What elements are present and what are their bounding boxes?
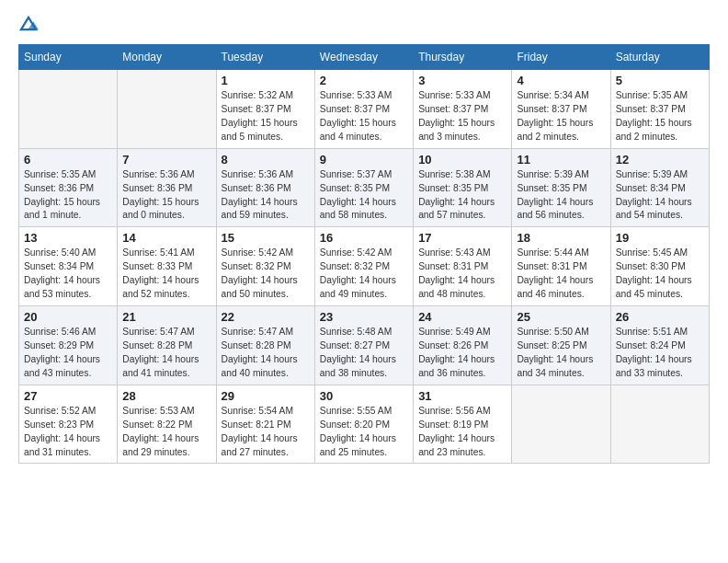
day-number: 9 (320, 153, 408, 167)
calendar-day-cell: 9Sunrise: 5:37 AMSunset: 8:35 PMDaylight… (314, 148, 413, 227)
calendar-week-row: 1Sunrise: 5:32 AMSunset: 8:37 PMDaylight… (19, 70, 710, 149)
calendar-week-row: 13Sunrise: 5:40 AMSunset: 8:34 PMDayligh… (19, 227, 710, 306)
calendar-day-cell: 13Sunrise: 5:40 AMSunset: 8:34 PMDayligh… (19, 227, 118, 306)
day-info: Sunrise: 5:40 AMSunset: 8:34 PMDaylight:… (24, 247, 112, 302)
day-number: 17 (418, 231, 506, 245)
calendar-day-cell: 1Sunrise: 5:32 AMSunset: 8:37 PMDaylight… (216, 70, 314, 149)
day-info: Sunrise: 5:38 AMSunset: 8:35 PMDaylight:… (418, 168, 506, 224)
day-info: Sunrise: 5:48 AMSunset: 8:27 PMDaylight:… (320, 326, 408, 381)
day-number: 24 (418, 310, 506, 324)
day-info: Sunrise: 5:47 AMSunset: 8:28 PMDaylight:… (222, 326, 310, 381)
day-info: Sunrise: 5:35 AMSunset: 8:37 PMDaylight:… (616, 89, 704, 144)
weekday-header-wednesday: Wednesday (314, 45, 413, 70)
calendar-day-cell: 12Sunrise: 5:39 AMSunset: 8:34 PMDayligh… (610, 148, 709, 227)
day-info: Sunrise: 5:36 AMSunset: 8:36 PMDaylight:… (122, 168, 210, 224)
day-number: 25 (517, 310, 605, 324)
calendar-day-cell: 16Sunrise: 5:42 AMSunset: 8:32 PMDayligh… (314, 227, 413, 306)
calendar-day-cell: 14Sunrise: 5:41 AMSunset: 8:33 PMDayligh… (118, 227, 216, 306)
weekday-header-tuesday: Tuesday (216, 45, 314, 70)
day-number: 18 (517, 231, 605, 245)
day-number: 15 (222, 231, 310, 245)
day-info: Sunrise: 5:55 AMSunset: 8:20 PMDaylight:… (320, 405, 408, 460)
day-info: Sunrise: 5:53 AMSunset: 8:22 PMDaylight:… (122, 405, 210, 460)
day-info: Sunrise: 5:45 AMSunset: 8:30 PMDaylight:… (616, 247, 704, 302)
day-number: 22 (222, 310, 310, 324)
calendar-day-cell: 28Sunrise: 5:53 AMSunset: 8:22 PMDayligh… (118, 385, 216, 464)
calendar-day-cell: 6Sunrise: 5:35 AMSunset: 8:36 PMDaylight… (19, 148, 118, 227)
day-info: Sunrise: 5:36 AMSunset: 8:36 PMDaylight:… (222, 168, 310, 224)
weekday-header-sunday: Sunday (19, 45, 118, 70)
day-number: 20 (24, 310, 112, 324)
calendar-day-cell: 17Sunrise: 5:43 AMSunset: 8:31 PMDayligh… (414, 227, 512, 306)
day-number: 2 (320, 74, 408, 87)
calendar-day-cell: 25Sunrise: 5:50 AMSunset: 8:25 PMDayligh… (512, 306, 610, 385)
calendar-week-row: 6Sunrise: 5:35 AMSunset: 8:36 PMDaylight… (19, 148, 710, 227)
svg-marker-1 (28, 21, 39, 29)
calendar-day-cell: 7Sunrise: 5:36 AMSunset: 8:36 PMDaylight… (118, 148, 216, 227)
day-number: 7 (122, 153, 210, 167)
weekday-header-row: SundayMondayTuesdayWednesdayThursdayFrid… (19, 45, 710, 70)
day-number: 21 (122, 310, 210, 324)
day-number: 28 (122, 389, 210, 403)
day-number: 1 (222, 74, 310, 87)
day-info: Sunrise: 5:32 AMSunset: 8:37 PMDaylight:… (222, 89, 310, 144)
day-number: 10 (418, 153, 506, 167)
day-number: 31 (418, 389, 506, 403)
day-info: Sunrise: 5:34 AMSunset: 8:37 PMDaylight:… (517, 89, 605, 144)
day-number: 14 (122, 231, 210, 245)
calendar-day-cell: 3Sunrise: 5:33 AMSunset: 8:37 PMDaylight… (414, 70, 512, 149)
calendar-day-cell: 20Sunrise: 5:46 AMSunset: 8:29 PMDayligh… (19, 306, 118, 385)
day-number: 3 (418, 74, 506, 87)
calendar-day-cell: 30Sunrise: 5:55 AMSunset: 8:20 PMDayligh… (314, 385, 413, 464)
calendar-day-cell: 22Sunrise: 5:47 AMSunset: 8:28 PMDayligh… (216, 306, 314, 385)
calendar-day-cell: 29Sunrise: 5:54 AMSunset: 8:21 PMDayligh… (216, 385, 314, 464)
weekday-header-monday: Monday (118, 45, 216, 70)
calendar-day-cell: 26Sunrise: 5:51 AMSunset: 8:24 PMDayligh… (610, 306, 709, 385)
calendar-table: SundayMondayTuesdayWednesdayThursdayFrid… (18, 44, 710, 464)
day-number: 23 (320, 310, 408, 324)
weekday-header-friday: Friday (512, 45, 610, 70)
calendar-day-cell: 18Sunrise: 5:44 AMSunset: 8:31 PMDayligh… (512, 227, 610, 306)
day-info: Sunrise: 5:42 AMSunset: 8:32 PMDaylight:… (320, 247, 408, 302)
calendar-day-cell: 21Sunrise: 5:47 AMSunset: 8:28 PMDayligh… (118, 306, 216, 385)
day-info: Sunrise: 5:33 AMSunset: 8:37 PMDaylight:… (320, 89, 408, 144)
day-number: 8 (222, 153, 310, 167)
logo (18, 15, 42, 35)
calendar-day-cell: 19Sunrise: 5:45 AMSunset: 8:30 PMDayligh… (610, 227, 709, 306)
day-number: 4 (517, 74, 605, 87)
day-info: Sunrise: 5:37 AMSunset: 8:35 PMDaylight:… (320, 168, 408, 224)
day-info: Sunrise: 5:39 AMSunset: 8:35 PMDaylight:… (517, 168, 605, 224)
day-number: 5 (616, 74, 704, 87)
calendar-day-cell: 2Sunrise: 5:33 AMSunset: 8:37 PMDaylight… (314, 70, 413, 149)
calendar-day-cell: 11Sunrise: 5:39 AMSunset: 8:35 PMDayligh… (512, 148, 610, 227)
calendar-day-cell: 24Sunrise: 5:49 AMSunset: 8:26 PMDayligh… (414, 306, 512, 385)
day-number: 12 (616, 153, 704, 167)
day-info: Sunrise: 5:44 AMSunset: 8:31 PMDaylight:… (517, 247, 605, 302)
day-info: Sunrise: 5:50 AMSunset: 8:25 PMDaylight:… (517, 326, 605, 381)
day-info: Sunrise: 5:54 AMSunset: 8:21 PMDaylight:… (222, 405, 310, 460)
calendar-day-cell: 4Sunrise: 5:34 AMSunset: 8:37 PMDaylight… (512, 70, 610, 149)
calendar-week-row: 20Sunrise: 5:46 AMSunset: 8:29 PMDayligh… (19, 306, 710, 385)
day-info: Sunrise: 5:42 AMSunset: 8:32 PMDaylight:… (222, 247, 310, 302)
day-number: 11 (517, 153, 605, 167)
calendar-day-cell: 23Sunrise: 5:48 AMSunset: 8:27 PMDayligh… (314, 306, 413, 385)
weekday-header-thursday: Thursday (414, 45, 512, 70)
calendar-day-cell: 27Sunrise: 5:52 AMSunset: 8:23 PMDayligh… (19, 385, 118, 464)
header (18, 15, 710, 35)
calendar-day-cell (610, 385, 709, 464)
day-info: Sunrise: 5:49 AMSunset: 8:26 PMDaylight:… (418, 326, 506, 381)
calendar-day-cell (118, 70, 216, 149)
day-info: Sunrise: 5:51 AMSunset: 8:24 PMDaylight:… (616, 326, 704, 381)
day-info: Sunrise: 5:52 AMSunset: 8:23 PMDaylight:… (24, 405, 112, 460)
calendar-day-cell (512, 385, 610, 464)
calendar-day-cell (19, 70, 118, 149)
calendar-day-cell: 31Sunrise: 5:56 AMSunset: 8:19 PMDayligh… (414, 385, 512, 464)
calendar-day-cell: 15Sunrise: 5:42 AMSunset: 8:32 PMDayligh… (216, 227, 314, 306)
weekday-header-saturday: Saturday (610, 45, 709, 70)
day-info: Sunrise: 5:41 AMSunset: 8:33 PMDaylight:… (122, 247, 210, 302)
calendar-day-cell: 5Sunrise: 5:35 AMSunset: 8:37 PMDaylight… (610, 70, 709, 149)
day-number: 13 (24, 231, 112, 245)
day-info: Sunrise: 5:33 AMSunset: 8:37 PMDaylight:… (418, 89, 506, 144)
day-number: 29 (222, 389, 310, 403)
day-number: 27 (24, 389, 112, 403)
